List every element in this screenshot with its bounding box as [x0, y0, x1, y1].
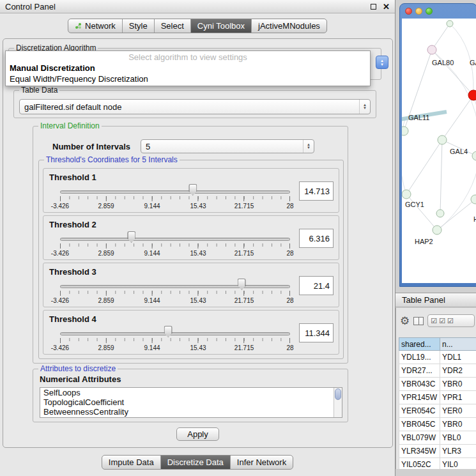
table-cell[interactable]: YER0: [440, 404, 476, 418]
combo-stepper-icon[interactable]: ▲ ▼: [303, 140, 314, 153]
network-window-titlebar[interactable]: [400, 4, 476, 18]
table-cell[interactable]: YBR0: [440, 418, 476, 431]
combo-stepper-icon[interactable]: ▲ ▼: [359, 100, 370, 114]
table-cell[interactable]: YDL19...: [399, 351, 440, 364]
table-row[interactable]: YBL079WYBL0: [399, 431, 476, 445]
apply-button[interactable]: Apply: [176, 427, 219, 441]
network-graph[interactable]: GAL80 GA GAL11 GAL4 GCY1 HAP2 H: [402, 19, 476, 283]
threshold-1-slider[interactable]: -3.426 2.859 9.144 15.43 21.715 28: [60, 184, 290, 212]
table-row[interactable]: YBR043CYBR0: [399, 378, 476, 391]
num-intervals-label: Number of Intervals: [52, 142, 130, 151]
tab-infer-network[interactable]: Infer Network: [230, 456, 293, 469]
node-label: GA: [470, 59, 476, 66]
table-cell[interactable]: YBR045C: [399, 418, 440, 431]
table-cell[interactable]: YBR0: [440, 378, 476, 391]
network-node[interactable]: [472, 151, 476, 160]
threshold-1-label: Threshold 1: [49, 173, 96, 182]
column-visibility-button[interactable]: ☑ ☑ ☑: [427, 314, 475, 327]
threshold-2-value-field[interactable]: [299, 229, 334, 248]
table-cell[interactable]: YER054C: [399, 404, 440, 418]
table-cell[interactable]: YDR27...: [399, 364, 440, 378]
scale-label: 9.144: [144, 203, 160, 210]
threshold-3-slider[interactable]: -3.426 2.859 9.144 15.43 21.715 28: [60, 279, 290, 307]
column-header-n[interactable]: n...: [440, 338, 476, 351]
close-traffic-light-icon[interactable]: [405, 8, 412, 15]
threshold-2-slider[interactable]: -3.426 2.859 9.144 15.43 21.715 28: [60, 231, 290, 259]
threshold-3-value-field[interactable]: [299, 276, 334, 295]
table-cell[interactable]: YPR1: [440, 391, 476, 404]
network-node[interactable]: [402, 127, 408, 135]
interval-definition-group: Interval Definition Number of Intervals …: [33, 126, 348, 364]
network-node[interactable]: [436, 210, 444, 217]
table-cell[interactable]: YIL052C: [399, 458, 440, 470]
network-node-selected[interactable]: [468, 90, 476, 100]
tab-network[interactable]: Network: [68, 19, 122, 33]
tab-discretize-data[interactable]: Discretize Data: [160, 456, 230, 469]
list-item[interactable]: SelfLoops: [40, 388, 342, 397]
slider-thumb[interactable]: [127, 231, 135, 243]
slider-track[interactable]: [60, 190, 290, 194]
table-row[interactable]: YDL19...YDL1: [399, 351, 476, 364]
minimize-traffic-light-icon[interactable]: [415, 8, 422, 15]
table-panel-toolbar: ⚙ ☑ ☑ ☑: [400, 312, 475, 329]
table-data-combo[interactable]: galFiltered.sif default node ▲ ▼: [19, 99, 371, 114]
tab-cyni-toolbox[interactable]: Cyni Toolbox: [190, 19, 251, 33]
attributes-list[interactable]: SelfLoops TopologicalCoefficient Between…: [40, 387, 342, 418]
tab-select[interactable]: Select: [154, 19, 190, 33]
table-cell[interactable]: YBR043C: [399, 378, 440, 391]
dropdown-placeholder-item[interactable]: Select algorithm to view settings: [6, 51, 370, 63]
slider-track[interactable]: [60, 332, 290, 335]
threshold-4-slider[interactable]: -3.426 2.859 9.144 15.43 21.715 28: [60, 326, 290, 354]
threshold-4-value-field[interactable]: [299, 323, 334, 342]
slider-major-ticks: [60, 196, 290, 201]
tab-impute-data[interactable]: Impute Data: [102, 456, 160, 469]
table-cell[interactable]: YBL0: [440, 431, 476, 445]
list-item[interactable]: TopologicalCoefficient: [40, 397, 342, 407]
table-row[interactable]: YIL052CYIL0: [399, 458, 476, 470]
table-row[interactable]: YLR345WYLR3: [399, 445, 476, 458]
algorithm-combo-stepper[interactable]: ▲ ▼: [376, 56, 388, 69]
table-cell[interactable]: YPR145W: [399, 391, 440, 404]
table-row[interactable]: YPR145WYPR1: [399, 391, 476, 404]
network-node[interactable]: [433, 226, 441, 234]
table-cell[interactable]: YDR2: [440, 364, 476, 378]
table-cell[interactable]: YDL1: [440, 351, 476, 364]
threshold-1-value-field[interactable]: [299, 181, 334, 201]
dropdown-option-manual-discretization[interactable]: Manual Discretization: [6, 63, 370, 73]
columns-icon[interactable]: [413, 317, 424, 325]
network-node[interactable]: [402, 190, 411, 199]
network-node[interactable]: [427, 45, 436, 54]
dropdown-option-equal-width[interactable]: Equal Width/Frequency Discretization: [6, 73, 370, 84]
scale-label: 21.715: [234, 250, 254, 257]
float-window-icon[interactable]: [371, 4, 376, 10]
table-cell[interactable]: YLR3: [440, 445, 476, 458]
list-item[interactable]: BetweennessCentrality: [40, 407, 342, 417]
gear-icon[interactable]: ⚙: [400, 316, 410, 326]
table-row[interactable]: YBR045CYBR0: [399, 418, 476, 431]
network-node[interactable]: [447, 20, 453, 27]
num-intervals-combo[interactable]: 5 ▲ ▼: [141, 139, 314, 153]
tab-label: Style: [129, 21, 148, 31]
slider-track[interactable]: [60, 238, 290, 241]
slider-thumb[interactable]: [164, 326, 173, 337]
attributes-list-scrollbar[interactable]: [334, 388, 342, 417]
tab-style[interactable]: Style: [122, 19, 154, 33]
slider-thumb[interactable]: [188, 184, 197, 196]
slider-thumb[interactable]: [238, 279, 246, 290]
node-label: HAP2: [415, 238, 433, 245]
zoom-traffic-light-icon[interactable]: [426, 8, 433, 15]
table-panel: ⚙ ☑ ☑ ☑ shared... n... YDL19...YDL1 YDR2…: [395, 308, 476, 469]
table-row[interactable]: YDR27...YDR2: [399, 364, 476, 378]
scrollbar-thumb[interactable]: [335, 388, 341, 400]
column-header-shared[interactable]: shared...: [399, 338, 440, 351]
network-canvas[interactable]: GAL80 GA GAL11 GAL4 GCY1 HAP2 H: [402, 19, 476, 283]
close-icon[interactable]: ✕: [383, 3, 390, 11]
table-cell[interactable]: YIL0: [440, 458, 476, 470]
tab-jactivemnodules[interactable]: jActiveMNodules: [251, 19, 326, 33]
table-row[interactable]: YER054CYER0: [399, 404, 476, 418]
table-cell[interactable]: YLR345W: [399, 445, 440, 458]
slider-track[interactable]: [60, 285, 290, 288]
table-panel-titlebar: Table Panel: [395, 293, 476, 307]
table-cell[interactable]: YBL079W: [399, 431, 440, 445]
network-node[interactable]: [438, 135, 447, 144]
